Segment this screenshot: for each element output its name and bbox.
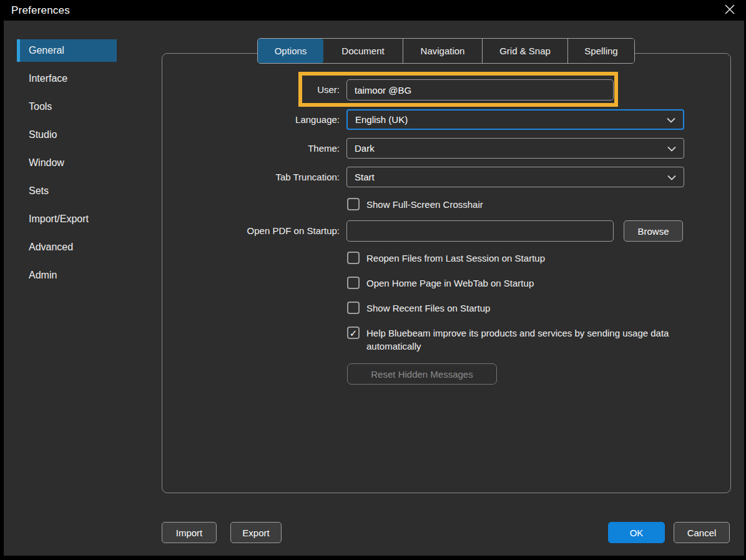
- preferences-dialog: General Interface Tools Studio Window Se…: [4, 21, 744, 556]
- crosshair-checkbox[interactable]: [347, 198, 360, 210]
- tab-strip: Options Document Navigation Grid & Snap …: [257, 38, 635, 64]
- sidebar-item-studio[interactable]: Studio: [17, 124, 117, 146]
- recent-files-checkbox[interactable]: [347, 302, 360, 314]
- telemetry-label: Help Bluebeam improve its products and s…: [366, 327, 696, 353]
- tab-navigation[interactable]: Navigation: [403, 39, 482, 63]
- home-page-checkbox-row[interactable]: Open Home Page in WebTab on Startup: [347, 277, 534, 290]
- home-page-label: Open Home Page in WebTab on Startup: [366, 277, 534, 290]
- tab-truncation-label: Tab Truncation:: [184, 167, 340, 188]
- sidebar-item-sets[interactable]: Sets: [17, 180, 117, 202]
- language-select[interactable]: English (UK): [346, 109, 684, 130]
- chevron-down-icon: [667, 114, 675, 125]
- language-label: Language:: [184, 109, 340, 130]
- reopen-files-label: Reopen Files from Last Session on Startu…: [366, 252, 545, 265]
- chevron-down-icon: [667, 143, 676, 154]
- sidebar-item-import-export[interactable]: Import/Export: [17, 208, 117, 230]
- sidebar-item-tools[interactable]: Tools: [17, 96, 117, 118]
- tab-spelling[interactable]: Spelling: [567, 39, 634, 63]
- recent-files-label: Show Recent Files on Startup: [366, 302, 490, 315]
- theme-value: Dark: [355, 143, 375, 154]
- tab-grid-snap[interactable]: Grid & Snap: [482, 39, 567, 63]
- open-pdf-label: Open PDF on Startup:: [184, 220, 340, 242]
- open-pdf-input[interactable]: [346, 220, 614, 242]
- sidebar-item-advanced[interactable]: Advanced: [17, 236, 117, 258]
- chevron-down-icon: [667, 172, 676, 182]
- reopen-files-checkbox[interactable]: [347, 252, 360, 264]
- theme-label: Theme:: [184, 138, 340, 159]
- crosshair-label: Show Full-Screen Crosshair: [366, 198, 483, 211]
- sidebar-item-general[interactable]: General: [17, 39, 117, 62]
- home-page-checkbox[interactable]: [347, 277, 360, 289]
- close-icon: [723, 2, 737, 19]
- theme-select[interactable]: Dark: [346, 138, 684, 159]
- tab-document[interactable]: Document: [323, 39, 403, 63]
- crosshair-checkbox-row[interactable]: Show Full-Screen Crosshair: [347, 198, 483, 211]
- browse-button[interactable]: Browse: [624, 220, 683, 242]
- user-input[interactable]: [346, 79, 614, 101]
- sidebar-item-window[interactable]: Window: [17, 152, 117, 174]
- reset-hidden-messages-button[interactable]: Reset Hidden Messages: [347, 363, 497, 385]
- reopen-files-checkbox-row[interactable]: Reopen Files from Last Session on Startu…: [347, 252, 545, 265]
- sidebar-item-admin[interactable]: Admin: [17, 264, 117, 287]
- ok-button[interactable]: OK: [608, 522, 665, 543]
- import-button[interactable]: Import: [162, 522, 217, 543]
- user-label: User:: [184, 79, 340, 101]
- titlebar: Preferences: [0, 0, 746, 21]
- sidebar: General Interface Tools Studio Window Se…: [4, 21, 147, 556]
- recent-files-checkbox-row[interactable]: Show Recent Files on Startup: [347, 302, 490, 315]
- close-button[interactable]: [720, 2, 740, 19]
- tab-options[interactable]: Options: [258, 39, 323, 63]
- tab-truncation-value: Start: [355, 172, 375, 182]
- telemetry-checkbox-row[interactable]: ✓ Help Bluebeam improve its products and…: [347, 327, 696, 353]
- cancel-button[interactable]: Cancel: [674, 522, 730, 543]
- tab-truncation-select[interactable]: Start: [346, 167, 684, 187]
- sidebar-item-interface[interactable]: Interface: [17, 67, 117, 90]
- window-title: Preferences: [11, 4, 70, 17]
- export-button[interactable]: Export: [230, 522, 282, 543]
- language-value: English (UK): [355, 114, 408, 125]
- telemetry-checkbox[interactable]: ✓: [347, 327, 360, 339]
